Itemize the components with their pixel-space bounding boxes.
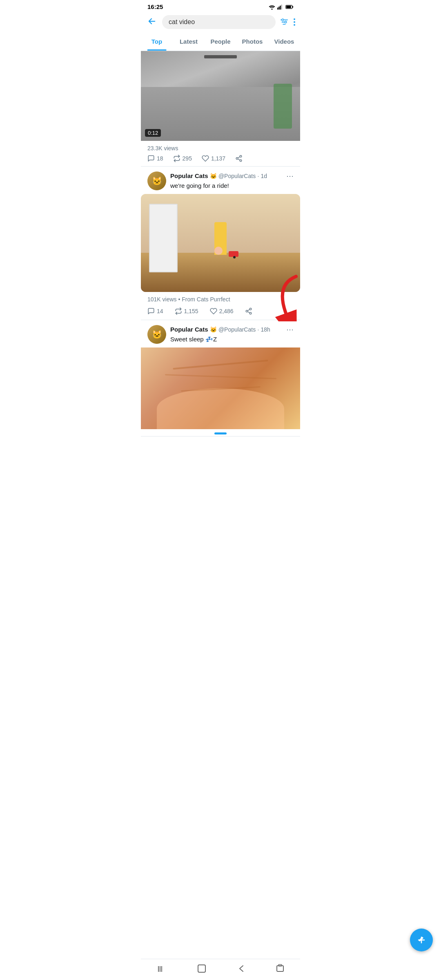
video-duration-1: 0:12 <box>145 129 161 137</box>
more-options-button[interactable] <box>294 18 295 26</box>
tweet-3-play-indicator <box>141 429 300 436</box>
retweet-icon-2 <box>175 307 182 315</box>
tweet-3-video[interactable] <box>141 347 300 429</box>
tweet-card-2: 🐱 Popular Cats 🐱 @PopularCats · 1d ⋯ we'… <box>141 167 300 320</box>
tweet-2-handle: @PopularCats <box>218 173 256 179</box>
search-action-icons <box>280 18 295 26</box>
svg-line-17 <box>238 157 240 158</box>
svg-point-12 <box>285 21 287 23</box>
tweet-2-header: Popular Cats 🐱 @PopularCats · 1d ⋯ <box>170 172 294 180</box>
tweet-3-meta: Popular Cats 🐱 @PopularCats · 18h <box>170 326 270 333</box>
svg-line-16 <box>238 159 240 160</box>
svg-line-21 <box>247 312 249 313</box>
tab-latest[interactable]: Latest <box>173 32 205 51</box>
retweet-action-1[interactable]: 295 <box>173 155 192 162</box>
tab-videos[interactable]: Videos <box>268 32 300 51</box>
share-icon <box>235 155 243 162</box>
svg-rect-1 <box>277 7 278 9</box>
search-bar: cat video <box>141 12 300 32</box>
tweet-2-time: · 1d <box>258 173 267 179</box>
tweet-3-header: Popular Cats 🐱 @PopularCats · 18h ⋯ <box>170 325 294 334</box>
svg-rect-6 <box>292 6 294 7</box>
tweet-2-body: 🐱 Popular Cats 🐱 @PopularCats · 1d ⋯ we'… <box>141 167 300 194</box>
heart-icon-2 <box>210 307 217 315</box>
comment-action-1[interactable]: 18 <box>147 155 163 162</box>
signal-icon <box>277 4 284 10</box>
svg-point-20 <box>249 312 252 314</box>
tweet-3-text: Sweet sleep 💤Z <box>170 335 294 343</box>
svg-point-0 <box>272 8 273 9</box>
svg-rect-2 <box>278 7 279 9</box>
tweet-2-video[interactable] <box>141 194 300 292</box>
share-action-2[interactable] <box>245 307 252 315</box>
share-action-1[interactable] <box>235 155 243 162</box>
tweet-3-content: Popular Cats 🐱 @PopularCats · 18h ⋯ Swee… <box>170 325 294 347</box>
status-bar: 16:25 <box>141 0 300 12</box>
tab-top[interactable]: Top <box>141 32 173 51</box>
tweet-3-time: · 18h <box>258 326 270 333</box>
tweet-3-emoji: 🐱 <box>210 326 218 333</box>
tweet-2-emoji: 🐱 <box>210 173 218 179</box>
comment-action-2[interactable]: 14 <box>147 307 163 315</box>
tab-people[interactable]: People <box>205 32 236 51</box>
status-time: 16:25 <box>147 3 163 10</box>
comment-icon-2 <box>147 307 155 315</box>
tweet-card-3: 🐱 Popular Cats 🐱 @PopularCats · 18h ⋯ Sw… <box>141 320 300 437</box>
share-icon-2 <box>245 307 252 315</box>
svg-rect-7 <box>286 6 291 8</box>
tweet-2-text: we're going for a ride! <box>170 181 294 190</box>
tweet-2-content: Popular Cats 🐱 @PopularCats · 1d ⋯ we're… <box>170 172 294 194</box>
wifi-icon <box>268 4 276 10</box>
tweet-3-author: Popular Cats <box>170 326 208 333</box>
tweet-1-views: 23.3K views <box>147 145 294 151</box>
tweet-2-avatar[interactable]: 🐱 <box>147 172 166 190</box>
tweet-2-actions: 14 1,155 2,486 <box>141 305 300 320</box>
tweet-3-body: 🐱 Popular Cats 🐱 @PopularCats · 18h ⋯ Sw… <box>141 320 300 347</box>
tweet-3-avatar[interactable]: 🐱 <box>147 325 166 344</box>
comment-icon <box>147 155 155 162</box>
tweet-2-views-source: 101K views • From Cats Purrfect <box>141 296 300 305</box>
search-input[interactable]: cat video <box>162 15 276 29</box>
svg-line-22 <box>247 310 249 311</box>
svg-point-15 <box>240 160 242 162</box>
svg-point-13 <box>240 156 242 158</box>
svg-point-19 <box>246 310 248 312</box>
svg-rect-4 <box>281 4 282 9</box>
tweet-1-video[interactable]: 0:12 <box>141 51 300 141</box>
like-action-1[interactable]: 1,137 <box>202 155 225 162</box>
tweet-2-more-button[interactable]: ⋯ <box>286 172 294 180</box>
heart-icon <box>202 155 209 162</box>
filter-icon[interactable] <box>280 18 289 26</box>
tweet-card-1: 0:12 23.3K views 18 295 1,137 <box>141 51 300 167</box>
svg-point-14 <box>236 158 238 160</box>
like-action-2[interactable]: 2,486 <box>210 307 234 315</box>
search-query: cat video <box>169 18 195 26</box>
tweet-2-meta: Popular Cats 🐱 @PopularCats · 1d <box>170 172 267 180</box>
retweet-action-2[interactable]: 1,155 <box>175 307 198 315</box>
search-tabs: Top Latest People Photos Videos <box>141 32 300 51</box>
status-icons <box>268 4 294 10</box>
back-button[interactable] <box>146 15 158 29</box>
tweet-2-author: Popular Cats <box>170 172 208 179</box>
retweet-icon <box>173 155 180 162</box>
tweet-3-more-button[interactable]: ⋯ <box>286 325 294 334</box>
tweet-1-actions: 18 295 1,137 <box>147 155 294 162</box>
tweet-1-stats: 23.3K views 18 295 1,137 <box>141 141 300 166</box>
svg-point-18 <box>249 308 252 310</box>
svg-rect-3 <box>280 5 281 9</box>
tweet-3-handle: @PopularCats <box>218 326 256 333</box>
tab-photos[interactable]: Photos <box>236 32 268 51</box>
battery-icon <box>285 4 294 9</box>
svg-point-11 <box>282 19 284 21</box>
